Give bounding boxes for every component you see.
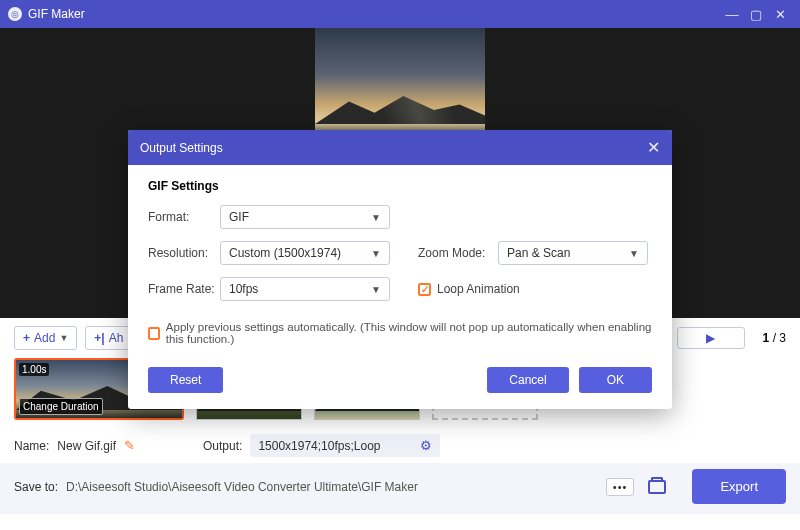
browse-button[interactable]: ••• — [606, 478, 635, 496]
plus-icon: + — [23, 331, 30, 345]
format-value: GIF — [229, 210, 249, 224]
zoom-mode-label: Zoom Mode: — [418, 246, 498, 260]
plus-icon: +| — [94, 331, 104, 345]
gear-icon[interactable]: ⚙ — [420, 438, 432, 453]
ok-button[interactable]: OK — [579, 367, 652, 393]
app-logo-icon: ◎ — [8, 7, 22, 21]
preview-image — [315, 28, 485, 146]
name-output-row: Name: New Gif.gif ✎ Output: 1500x1974;10… — [0, 428, 800, 463]
name-label: Name: — [14, 439, 49, 453]
save-path: D:\Aiseesoft Studio\Aiseesoft Video Conv… — [66, 480, 418, 494]
change-duration-button[interactable]: Change Duration — [19, 398, 103, 415]
resolution-value: Custom (1500x1974) — [229, 246, 341, 260]
dialog-close-icon[interactable]: ✕ — [647, 138, 660, 157]
caret-down-icon: ▼ — [371, 284, 381, 295]
output-value-box[interactable]: 1500x1974;10fps;Loop ⚙ — [250, 434, 440, 457]
frame-rate-label: Frame Rate: — [148, 282, 220, 296]
fps-value: 10fps — [229, 282, 258, 296]
format-select[interactable]: GIF▼ — [220, 205, 390, 229]
app-title: GIF Maker — [28, 7, 720, 21]
dialog-title: Output Settings — [140, 141, 647, 155]
cancel-button[interactable]: Cancel — [487, 367, 568, 393]
maximize-button[interactable]: ▢ — [744, 7, 768, 22]
save-to-label: Save to: — [14, 480, 58, 494]
loop-animation-label: Loop Animation — [437, 282, 520, 296]
apply-previous-checkbox[interactable] — [148, 327, 160, 340]
edit-name-icon[interactable]: ✎ — [124, 438, 135, 453]
dialog-header: Output Settings ✕ — [128, 130, 672, 165]
ahead-label: Ah — [109, 331, 124, 345]
zoom-value: Pan & Scan — [507, 246, 570, 260]
save-row: Save to: D:\Aiseesoft Studio\Aiseesoft V… — [0, 463, 800, 514]
close-button[interactable]: ✕ — [768, 7, 792, 22]
apply-previous-note: Apply previous settings automatically. (… — [166, 321, 652, 345]
ahead-button[interactable]: +|Ah — [85, 326, 132, 350]
caret-down-icon: ▼ — [371, 248, 381, 259]
page-current: 1 — [763, 331, 770, 345]
resolution-label: Resolution: — [148, 246, 220, 260]
format-label: Format: — [148, 210, 220, 224]
caret-down-icon: ▼ — [629, 248, 639, 259]
output-settings-dialog: Output Settings ✕ GIF Settings Format: G… — [128, 130, 672, 409]
caret-down-icon: ▼ — [371, 212, 381, 223]
page-total: 3 — [779, 331, 786, 345]
add-label: Add — [34, 331, 55, 345]
open-folder-icon[interactable] — [648, 480, 666, 494]
frame-rate-select[interactable]: 10fps▼ — [220, 277, 390, 301]
title-bar: ◎ GIF Maker — ▢ ✕ — [0, 0, 800, 28]
duration-badge: 1.00s — [19, 363, 49, 376]
output-label: Output: — [203, 439, 242, 453]
caret-down-icon: ▼ — [59, 333, 68, 343]
output-value-text: 1500x1974;10fps;Loop — [258, 439, 380, 453]
page-indicator: 1 / 3 — [763, 331, 786, 345]
add-button[interactable]: +Add▼ — [14, 326, 77, 350]
minimize-button[interactable]: — — [720, 7, 744, 22]
play-button[interactable]: ▶ — [677, 327, 745, 349]
name-value: New Gif.gif — [57, 439, 116, 453]
reset-button[interactable]: Reset — [148, 367, 223, 393]
resolution-select[interactable]: Custom (1500x1974)▼ — [220, 241, 390, 265]
export-button[interactable]: Export — [692, 469, 786, 504]
loop-animation-checkbox[interactable]: ✓ — [418, 283, 431, 296]
section-title: GIF Settings — [148, 179, 652, 193]
play-icon: ▶ — [706, 331, 715, 345]
zoom-mode-select[interactable]: Pan & Scan▼ — [498, 241, 648, 265]
